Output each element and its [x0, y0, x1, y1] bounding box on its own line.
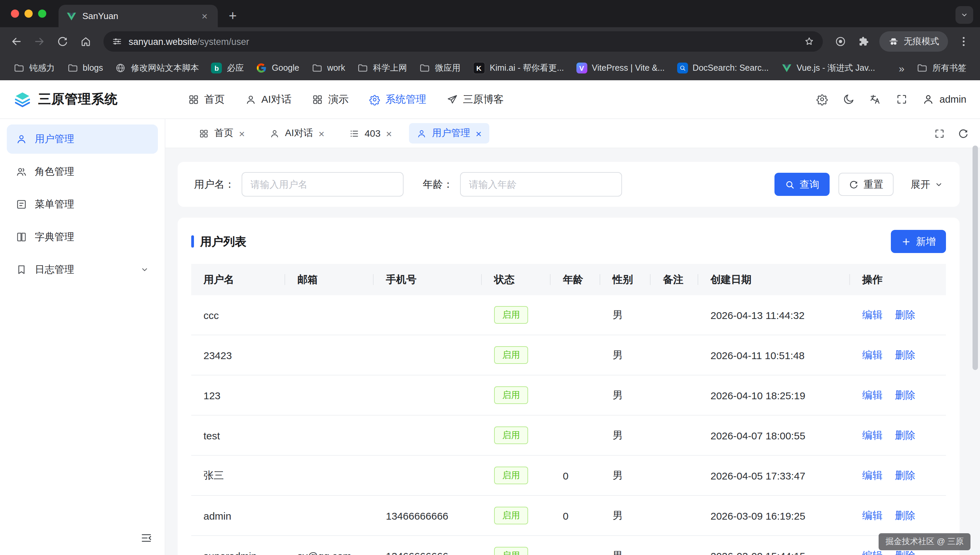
tab-close-icon[interactable]: × [199, 10, 210, 22]
username: admin [940, 94, 966, 105]
edit-link[interactable]: 编辑 [862, 429, 883, 440]
workspace-tab-403[interactable]: 403× [342, 123, 400, 143]
tab-close-icon[interactable]: × [239, 128, 245, 138]
sidebar-item-label: 字典管理 [35, 231, 74, 244]
nav-item-system[interactable]: 系统管理 [359, 80, 436, 118]
all-bookmarks-label: 所有书签 [932, 62, 966, 74]
header-actions: admin [816, 93, 966, 106]
cell-gender: 男 [600, 375, 651, 415]
bookmark-item[interactable]: 钝感力 [8, 59, 60, 77]
tab-close-icon[interactable]: × [476, 128, 482, 138]
bookmark-item[interactable]: Google [251, 59, 305, 77]
bookmark-item[interactable]: blogs [62, 59, 109, 77]
edit-link[interactable]: 编辑 [862, 469, 883, 481]
bookmark-item[interactable]: VVitePress | Vite &... [570, 59, 670, 77]
minimize-window-button[interactable] [24, 10, 33, 18]
cell-age [551, 335, 600, 375]
dark-mode-moon-icon[interactable] [842, 93, 855, 106]
cell-username: ccc [191, 295, 285, 335]
sidebar-item-menus[interactable]: 菜单管理 [7, 190, 158, 219]
person-icon [416, 128, 427, 138]
reset-button[interactable]: 重置 [839, 173, 893, 196]
person-icon [16, 133, 27, 145]
delete-link[interactable]: 删除 [895, 509, 915, 521]
forward-button[interactable] [29, 30, 50, 52]
table-row: test 启用 男 2026-04-07 18:00:55 编辑删除 [191, 415, 946, 456]
status-badge: 启用 [494, 346, 528, 364]
nav-item-home[interactable]: 首页 [178, 80, 235, 118]
delete-link[interactable]: 删除 [895, 308, 915, 320]
edit-link[interactable]: 编辑 [862, 509, 883, 521]
cell-created-at: 2026-04-13 11:44:32 [698, 295, 850, 335]
bookmarks-overflow-button[interactable]: » [893, 62, 910, 74]
all-bookmarks-button[interactable]: 所有书签 [911, 59, 972, 77]
sidebar-collapse-button[interactable] [136, 528, 156, 548]
nav-item-blog[interactable]: 三原博客 [436, 80, 514, 118]
translate-icon[interactable] [869, 93, 881, 106]
sidebar-item-roles[interactable]: 角色管理 [7, 157, 158, 186]
workspace-tab-ai-chat[interactable]: AI对话× [262, 123, 332, 143]
back-button[interactable] [5, 30, 27, 52]
bookmark-item[interactable]: KKimi.ai - 帮你看更... [467, 59, 569, 77]
title-accent-bar [191, 235, 194, 247]
bookmark-item[interactable]: b必应 [206, 59, 249, 77]
delete-link[interactable]: 删除 [895, 389, 915, 400]
zoom-window-button[interactable] [38, 10, 46, 18]
sidebar-item-users[interactable]: 用户管理 [7, 125, 158, 154]
bookmark-item[interactable]: 科学上网 [352, 59, 413, 77]
delete-link[interactable]: 删除 [895, 348, 915, 360]
tab-search-button[interactable] [956, 6, 973, 24]
site-settings-icon[interactable] [112, 36, 122, 47]
username-input[interactable] [242, 172, 403, 197]
cell-actions: 编辑删除 [850, 295, 946, 335]
reload-button[interactable] [52, 30, 74, 52]
address-bar[interactable]: sanyuan.website/system/user [103, 31, 823, 52]
settings-gear-icon[interactable] [816, 93, 828, 106]
workspace-tab-home[interactable]: 首页× [191, 123, 252, 143]
new-tab-button[interactable]: + [223, 6, 242, 25]
edit-link[interactable]: 编辑 [862, 389, 883, 400]
nav-item-demo[interactable]: 演示 [302, 80, 359, 118]
search-button[interactable]: 查询 [774, 173, 830, 196]
fullscreen-icon[interactable] [895, 93, 908, 106]
home-button[interactable] [75, 30, 96, 52]
edit-link[interactable]: 编辑 [862, 308, 883, 320]
delete-link[interactable]: 删除 [895, 469, 915, 481]
main-nav: 首页 AI对话 演示 系统管理 三原博客 [178, 80, 514, 118]
add-user-button[interactable]: 新增 [891, 230, 946, 253]
bookmark-label: 微应用 [435, 62, 460, 74]
cell-gender: 男 [600, 335, 651, 375]
fullscreen-icon[interactable] [934, 128, 945, 139]
close-window-button[interactable] [11, 10, 19, 18]
bookmark-item[interactable]: 修改网站文本脚本 [110, 59, 204, 77]
cell-phone [374, 415, 482, 456]
cell-username: test [191, 415, 285, 456]
extensions-button[interactable] [853, 30, 874, 52]
sidebar-item-dictionary[interactable]: 字典管理 [7, 222, 158, 252]
sidebar-item-logs[interactable]: 日志管理 [7, 255, 158, 284]
bookmark-star-icon[interactable] [804, 36, 815, 47]
bookmark-label: blogs [83, 63, 103, 73]
nav-item-ai-chat[interactable]: AI对话 [235, 80, 302, 118]
bookmark-item[interactable]: work [306, 59, 350, 77]
incognito-badge: 无痕模式 [879, 31, 948, 52]
tab-close-icon[interactable]: × [318, 128, 325, 138]
delete-link[interactable]: 删除 [895, 429, 915, 440]
workspace-tab-users[interactable]: 用户管理× [409, 123, 489, 143]
bookmark-item[interactable]: 微应用 [414, 59, 466, 77]
refresh-icon[interactable] [958, 128, 969, 139]
page-scrollbar-thumb[interactable] [972, 146, 978, 370]
age-input[interactable] [460, 172, 622, 197]
lens-button[interactable] [830, 30, 851, 52]
bookmark-item[interactable]: Vue.js - 渐进式 Jav... [776, 59, 880, 77]
expand-toggle[interactable]: 展开 [911, 178, 943, 191]
card-title: 用户列表 [200, 234, 246, 249]
tab-close-icon[interactable]: × [386, 128, 392, 138]
bookmark-item[interactable]: DocSearch: Searc... [672, 59, 774, 77]
browser-tab[interactable]: SanYuan × [58, 5, 218, 27]
edit-link[interactable]: 编辑 [862, 348, 883, 360]
browser-menu-button[interactable] [953, 30, 975, 52]
edit-link[interactable]: 编辑 [862, 549, 883, 555]
user-menu[interactable]: admin [922, 93, 966, 106]
app-brand[interactable]: 三原管理系统 [14, 90, 118, 108]
